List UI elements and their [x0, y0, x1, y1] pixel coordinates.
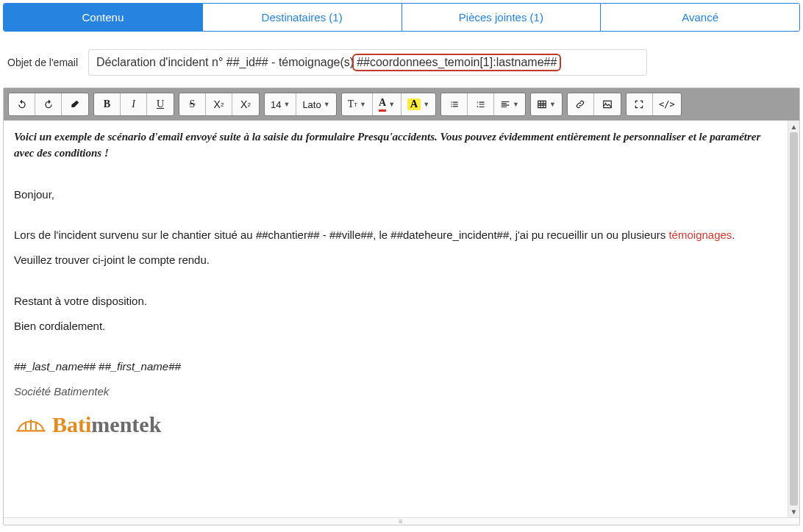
subject-value-highlight: ##coordonnees_temoin[1]:lastname##: [352, 54, 561, 71]
paragraph-format-button[interactable]: TT▼: [342, 93, 373, 115]
erase-format-button[interactable]: [62, 93, 88, 115]
paragraph-closing: Bien cordialement.: [14, 318, 777, 334]
paragraph-dispo: Restant à votre disposition.: [14, 293, 777, 309]
underline-button[interactable]: U: [147, 93, 174, 115]
bg-color-button[interactable]: A▼: [402, 93, 435, 115]
unordered-list-button[interactable]: [441, 93, 468, 115]
font-family-select[interactable]: Lato▼: [296, 93, 335, 115]
image-button[interactable]: [594, 93, 621, 115]
strike-button[interactable]: S: [179, 93, 206, 115]
signature-name: ##_last_name## ##_first_name##: [14, 359, 777, 375]
subscript-button[interactable]: X2: [232, 93, 259, 115]
scroll-up-arrow[interactable]: ▲: [788, 121, 799, 132]
fullscreen-button[interactable]: [627, 93, 653, 115]
svg-point-0: [605, 102, 607, 104]
bold-button[interactable]: B: [94, 93, 121, 115]
editor-toolbar: B I U S X2 X2 14▼ Lato▼ TT▼ A▼ A▼ ▼: [4, 88, 799, 121]
tab-label: Avancé: [682, 11, 718, 24]
tab-label: Pièces jointes (1): [459, 11, 543, 24]
fullscreen-icon: [634, 99, 644, 109]
undo-icon: [17, 99, 27, 109]
tab-bar: Contenu Destinataires (1) Pièces jointes…: [3, 3, 800, 32]
subject-label: Objet de l'email: [7, 57, 78, 68]
resize-handle[interactable]: ≡: [4, 517, 799, 525]
link-button[interactable]: [568, 93, 594, 115]
subject-input[interactable]: Déclaration d'incident n° ##_id## - témo…: [88, 49, 647, 76]
helmet-icon: [14, 414, 48, 435]
paragraph-attachment: Veuillez trouver ci-joint le compte rend…: [14, 252, 777, 268]
intro-text: Voici un exemple de scénario d'email env…: [14, 129, 777, 162]
eraser-icon: [70, 99, 80, 109]
company-logo: Batimentek: [14, 409, 777, 441]
ordered-list-button[interactable]: [468, 93, 494, 115]
tab-avance[interactable]: Avancé: [601, 4, 799, 31]
tab-destinataires[interactable]: Destinataires (1): [203, 4, 402, 31]
font-size-value: 14: [271, 99, 281, 110]
font-family-value: Lato: [302, 99, 321, 110]
redo-button[interactable]: [35, 93, 62, 115]
greeting-text: Bonjour,: [14, 187, 777, 203]
tab-pieces-jointes[interactable]: Pièces jointes (1): [402, 4, 602, 31]
tab-label: Contenu: [82, 11, 124, 24]
ol-icon: [476, 99, 486, 109]
table-icon: [537, 99, 547, 109]
paragraph-incident: Lors de l'incident survenu sur le chanti…: [14, 227, 777, 243]
scroll-thumb[interactable]: [790, 132, 798, 506]
link-icon: [575, 99, 585, 109]
logo-text-orange: Bati: [52, 412, 91, 436]
highlight-word: témoignages: [668, 229, 732, 241]
text-color-button[interactable]: A▼: [373, 93, 402, 115]
font-size-select[interactable]: 14▼: [265, 93, 296, 115]
subject-row: Objet de l'email Déclaration d'incident …: [3, 45, 800, 87]
logo-text-grey: mentek: [91, 412, 161, 436]
signature-company: Société Batimentek: [14, 384, 777, 400]
table-button[interactable]: ▼: [531, 93, 562, 115]
vertical-scrollbar[interactable]: ▲ ▼: [788, 121, 799, 517]
tab-label: Destinataires (1): [262, 11, 343, 24]
superscript-button[interactable]: X2: [206, 93, 232, 115]
editor: B I U S X2 X2 14▼ Lato▼ TT▼ A▼ A▼ ▼: [3, 87, 800, 525]
tab-contenu[interactable]: Contenu: [4, 4, 203, 31]
align-button[interactable]: ▼: [494, 93, 525, 115]
undo-button[interactable]: [9, 93, 35, 115]
editor-body[interactable]: Voici un exemple de scénario d'email env…: [4, 121, 788, 517]
align-icon: [500, 99, 510, 109]
ul-icon: [449, 99, 460, 109]
image-icon: [602, 99, 613, 109]
subject-value-prefix: Déclaration d'incident n° ##_id## - témo…: [96, 56, 354, 69]
italic-button[interactable]: I: [121, 93, 147, 115]
code-view-button[interactable]: </>: [653, 93, 681, 115]
redo-icon: [43, 99, 54, 109]
scroll-down-arrow[interactable]: ▼: [788, 506, 799, 517]
